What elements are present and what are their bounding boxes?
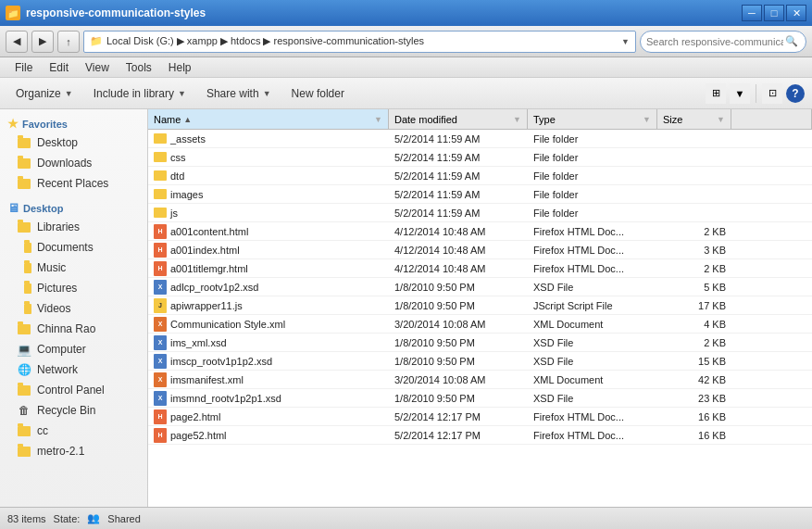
col-date-dropdown[interactable]: ▼ bbox=[513, 115, 521, 124]
videos-icon bbox=[24, 304, 31, 314]
menu-file[interactable]: File bbox=[7, 59, 40, 76]
table-row[interactable]: J apiwrapper11.js 1/8/2010 9:50 PM JScri… bbox=[148, 296, 812, 315]
file-type-cell: XML Document bbox=[528, 319, 657, 330]
view-options-button[interactable]: ⊞ bbox=[706, 83, 726, 104]
table-row[interactable]: H a001content.html 4/12/2014 10:48 AM Fi… bbox=[148, 222, 812, 241]
forward-button[interactable]: ▶ bbox=[31, 31, 54, 53]
sidebar-item-control-panel[interactable]: Control Panel bbox=[0, 380, 147, 400]
back-button[interactable]: ◀ bbox=[6, 31, 28, 53]
table-row[interactable]: X adlcp_rootv1p2.xsd 1/8/2010 9:50 PM XS… bbox=[148, 278, 812, 296]
new-folder-button[interactable]: New folder bbox=[283, 82, 353, 106]
col-type-dropdown[interactable]: ▼ bbox=[643, 115, 651, 124]
view-dropdown-button[interactable]: ▼ bbox=[730, 83, 750, 104]
col-header-ext[interactable] bbox=[731, 109, 812, 129]
table-row[interactable]: dtd 5/2/2014 11:59 AM File folder bbox=[148, 167, 812, 185]
menu-view[interactable]: View bbox=[78, 59, 117, 76]
maximize-button[interactable]: □ bbox=[764, 5, 784, 21]
file-date-cell: 3/20/2014 10:08 AM bbox=[389, 319, 528, 330]
documents-icon bbox=[24, 243, 31, 253]
col-header-date[interactable]: Date modified ▼ bbox=[389, 109, 528, 129]
file-date-cell: 1/8/2010 9:50 PM bbox=[389, 282, 528, 293]
computer-icon: 💻 bbox=[17, 343, 31, 357]
organize-button[interactable]: Organize ▼ bbox=[7, 82, 81, 106]
col-header-type[interactable]: Type ▼ bbox=[528, 109, 657, 129]
file-size-cell: 5 KB bbox=[657, 282, 731, 293]
table-row[interactable]: H page2.html 5/2/2014 12:17 PM Firefox H… bbox=[148, 408, 812, 426]
table-row[interactable]: X imscp_rootv1p1p2.xsd 1/8/2010 9:50 PM … bbox=[148, 352, 812, 371]
include-library-button[interactable]: Include in library ▼ bbox=[85, 82, 194, 106]
file-size-cell: 2 KB bbox=[657, 337, 731, 348]
address-dropdown-arrow[interactable]: ▼ bbox=[621, 37, 630, 46]
desktop-section-header[interactable]: 🖥 Desktop bbox=[0, 197, 147, 217]
sidebar-item-chinna-rao[interactable]: Chinna Rao bbox=[0, 319, 147, 339]
sidebar-item-downloads[interactable]: Downloads bbox=[0, 153, 147, 173]
libraries-icon bbox=[18, 222, 31, 233]
menu-edit[interactable]: Edit bbox=[42, 59, 76, 76]
close-button[interactable]: ✕ bbox=[786, 5, 806, 21]
file-name-cell: H page52.html bbox=[148, 428, 389, 443]
col-header-size[interactable]: Size ▼ bbox=[657, 109, 731, 129]
table-row[interactable]: X imsmnd_rootv1p2p1.xsd 1/8/2010 9:50 PM… bbox=[148, 389, 812, 408]
col-header-name[interactable]: Name ▲ ▼ bbox=[148, 109, 389, 129]
details-pane-button[interactable]: ⊡ bbox=[762, 83, 782, 104]
file-date-cell: 1/8/2010 9:50 PM bbox=[389, 300, 528, 311]
desktop-section-icon: 🖥 bbox=[7, 201, 19, 215]
file-name-cell: X ims_xml.xsd bbox=[148, 335, 389, 350]
window-title: responsive-communication-styles bbox=[26, 6, 206, 19]
network-icon: 🌐 bbox=[18, 363, 31, 376]
table-row[interactable]: images 5/2/2014 11:59 AM File folder bbox=[148, 185, 812, 204]
col-name-dropdown[interactable]: ▼ bbox=[374, 115, 382, 124]
search-box[interactable]: 🔍 bbox=[640, 31, 806, 53]
sidebar-item-metro[interactable]: metro-2.1 bbox=[0, 441, 147, 461]
table-row[interactable]: X Communication Style.xml 3/20/2014 10:0… bbox=[148, 315, 812, 334]
chinna-icon bbox=[18, 324, 31, 334]
main-area: ★ Favorites Desktop Downloads Recent Pla… bbox=[0, 109, 812, 507]
sidebar-item-recycle-bin[interactable]: 🗑 Recycle Bin bbox=[0, 400, 147, 421]
sidebar-item-pictures[interactable]: Pictures bbox=[0, 278, 147, 298]
address-box[interactable]: 📁 Local Disk (G:) ▶ xampp ▶ htdocs ▶ res… bbox=[83, 31, 636, 53]
sidebar-item-cc[interactable]: cc bbox=[0, 421, 147, 441]
file-name-cell: H a001index.html bbox=[148, 243, 389, 258]
search-input[interactable] bbox=[646, 36, 783, 47]
file-type-cell: XSD File bbox=[528, 282, 657, 293]
file-type-cell: XSD File bbox=[528, 337, 657, 348]
app-icon: 📁 bbox=[6, 6, 20, 20]
file-date-cell: 4/12/2014 10:48 AM bbox=[389, 245, 528, 256]
table-row[interactable]: X ims_xml.xsd 1/8/2010 9:50 PM XSD File … bbox=[148, 334, 812, 352]
table-row[interactable]: H page52.html 5/2/2014 12:17 PM Firefox … bbox=[148, 426, 812, 445]
search-icon[interactable]: 🔍 bbox=[783, 33, 800, 50]
col-size-dropdown[interactable]: ▼ bbox=[717, 115, 725, 124]
file-name-cell: H a001titlemgr.html bbox=[148, 261, 389, 276]
file-size-cell: 2 KB bbox=[657, 226, 731, 237]
sidebar-item-libraries[interactable]: Libraries bbox=[0, 217, 147, 237]
file-type-cell: XML Document bbox=[528, 374, 657, 385]
sidebar-item-desktop[interactable]: Desktop bbox=[0, 132, 147, 153]
minimize-button[interactable]: ─ bbox=[742, 5, 762, 21]
recycle-bin-icon: 🗑 bbox=[19, 404, 30, 417]
sidebar-item-documents[interactable]: Documents bbox=[0, 237, 147, 258]
table-row[interactable]: _assets 5/2/2014 11:59 AM File folder bbox=[148, 130, 812, 148]
file-list-header: Name ▲ ▼ Date modified ▼ Type ▼ Size ▼ bbox=[148, 109, 812, 130]
table-row[interactable]: css 5/2/2014 11:59 AM File folder bbox=[148, 148, 812, 167]
menu-help[interactable]: Help bbox=[161, 59, 199, 76]
sidebar-item-videos[interactable]: Videos bbox=[0, 298, 147, 319]
file-size-cell: 42 KB bbox=[657, 374, 731, 385]
file-name-cell: css bbox=[148, 152, 389, 163]
favorites-header[interactable]: ★ Favorites bbox=[0, 113, 147, 132]
table-row[interactable]: js 5/2/2014 11:59 AM File folder bbox=[148, 204, 812, 222]
table-row[interactable]: X imsmanifest.xml 3/20/2014 10:08 AM XML… bbox=[148, 371, 812, 389]
table-row[interactable]: H a001index.html 4/12/2014 10:48 AM Fire… bbox=[148, 241, 812, 259]
title-bar: 📁 responsive-communication-styles ─ □ ✕ bbox=[0, 0, 812, 26]
file-name-cell: X adlcp_rootv1p2.xsd bbox=[148, 280, 389, 295]
sidebar-item-music[interactable]: Music bbox=[0, 258, 147, 278]
help-button[interactable]: ? bbox=[786, 84, 805, 103]
sidebar-item-computer[interactable]: 💻 Computer bbox=[0, 339, 147, 359]
file-list-scroll[interactable]: _assets 5/2/2014 11:59 AM File folder cs… bbox=[148, 130, 812, 507]
table-row[interactable]: H a001titlemgr.html 4/12/2014 10:48 AM F… bbox=[148, 259, 812, 278]
share-with-button[interactable]: Share with ▼ bbox=[198, 82, 280, 106]
sidebar-item-network[interactable]: 🌐 Network bbox=[0, 359, 147, 380]
menu-tools[interactable]: Tools bbox=[119, 59, 159, 76]
up-button[interactable]: ↑ bbox=[57, 31, 80, 53]
music-icon bbox=[24, 263, 31, 273]
sidebar-item-recent-places[interactable]: Recent Places bbox=[0, 173, 147, 194]
